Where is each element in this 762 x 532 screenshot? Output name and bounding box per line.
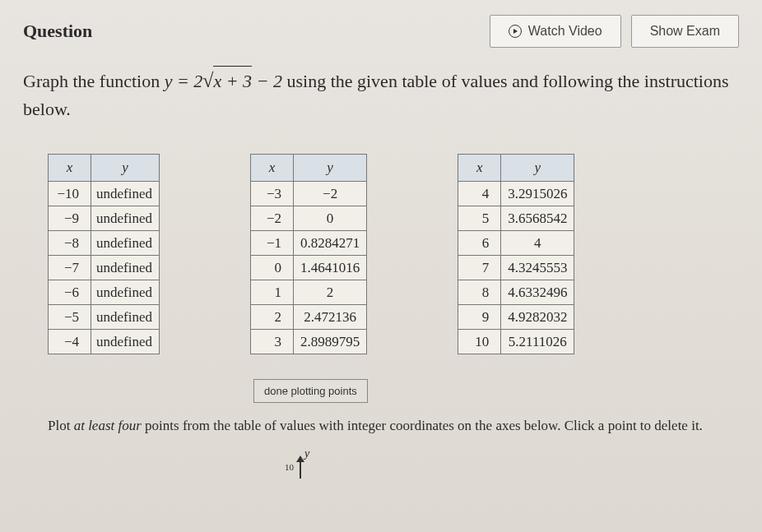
plot-instructions: Plot at least four points from the table… [0, 409, 762, 442]
cell-x: 4 [458, 182, 501, 206]
cell-x: 5 [458, 206, 501, 231]
table-row: 43.2915026 [458, 182, 574, 206]
cell-y: 0.8284271 [293, 231, 366, 256]
watch-video-label: Watch Video [528, 24, 602, 39]
graph-area[interactable]: y 10 [0, 447, 762, 480]
cell-y: 3.6568542 [501, 206, 574, 231]
y-axis-label: y [304, 447, 309, 460]
done-plotting-button[interactable]: done plotting points [253, 379, 368, 403]
cell-x: 1 [250, 280, 293, 305]
cell-y: 4.6332496 [501, 280, 574, 305]
play-icon [509, 25, 522, 38]
cell-x: −3 [250, 182, 293, 206]
cell-x: −7 [49, 256, 91, 280]
sqrt-icon: √x + 3 [202, 66, 252, 95]
cell-x: 6 [458, 231, 501, 256]
table-row: 84.6332496 [458, 280, 574, 305]
problem-statement: Graph the function y = 2√x + 3 − 2 using… [0, 54, 762, 129]
cell-x: −10 [49, 182, 91, 206]
table-row: 32.8989795 [250, 330, 366, 354]
cell-y: undefined [91, 305, 160, 330]
table-header-x: x [250, 155, 293, 182]
cell-x: −8 [49, 231, 91, 256]
table-row: −6undefined [49, 280, 160, 305]
cell-y: undefined [91, 182, 160, 206]
cell-y: undefined [91, 280, 160, 305]
table-row: 94.9282032 [458, 305, 574, 330]
cell-y: 5.2111026 [501, 330, 574, 354]
equation: y = 2√x + 3 − 2 [165, 71, 287, 91]
table-header-y: y [501, 155, 574, 182]
table-row: −10undefined [49, 182, 160, 206]
cell-x: 0 [250, 256, 293, 280]
eq-coef: 2 [193, 71, 202, 91]
cell-x: 3 [250, 330, 293, 354]
show-exam-label: Show Exam [650, 24, 720, 39]
table-row: −7undefined [49, 256, 160, 280]
table-header-x: x [49, 155, 91, 182]
cell-x: −1 [250, 231, 293, 256]
cell-y: −2 [293, 182, 366, 206]
cell-y: 4.9282032 [501, 305, 574, 330]
cell-y: 4.3245553 [501, 256, 574, 280]
table-row: 105.2111026 [458, 330, 574, 354]
cell-x: −9 [49, 206, 91, 231]
table-row: 53.6568542 [458, 206, 574, 231]
table-row: −4undefined [49, 330, 160, 354]
cell-y: 0 [293, 206, 366, 231]
cell-y: 4 [501, 231, 574, 256]
cell-x: 7 [458, 256, 501, 280]
table-row: −9undefined [49, 206, 160, 231]
cell-y: 2 [293, 280, 366, 305]
table-row: −5undefined [49, 305, 160, 330]
cell-y: 2.8989795 [293, 330, 366, 354]
values-table-2: x y −3−2−20−10.828427101.46410161222.472… [250, 154, 367, 354]
instr-emph: at least four [74, 418, 142, 433]
cell-y: undefined [91, 256, 160, 280]
table-header-y: y [91, 155, 160, 182]
watch-video-button[interactable]: Watch Video [490, 15, 621, 48]
table-row: −8undefined [49, 231, 160, 256]
cell-y: 3.2915026 [501, 182, 574, 206]
show-exam-button[interactable]: Show Exam [631, 15, 739, 48]
instr-part2: points from the table of values with int… [142, 418, 703, 433]
cell-y: undefined [91, 206, 160, 231]
table-row: 64 [458, 231, 574, 256]
table-row: −3−2 [250, 182, 366, 206]
instr-part1: Plot [48, 418, 74, 433]
cell-x: −5 [49, 305, 91, 330]
eq-tail: − 2 [252, 71, 282, 91]
cell-x: 10 [458, 330, 501, 354]
table-row: 01.4641016 [250, 256, 366, 280]
table-row: 74.3245553 [458, 256, 574, 280]
cell-x: 8 [458, 280, 501, 305]
y-axis-line [300, 459, 301, 479]
cell-x: 9 [458, 305, 501, 330]
cell-y: 2.472136 [293, 305, 366, 330]
table-row: −10.8284271 [250, 231, 366, 256]
cell-y: undefined [91, 231, 160, 256]
values-table-3: x y 43.291502653.65685426474.324555384.6… [458, 154, 574, 354]
header-buttons: Watch Video Show Exam [490, 15, 739, 48]
cell-x: −6 [49, 280, 91, 305]
cell-x: 2 [250, 305, 293, 330]
table-header-x: x [458, 155, 501, 182]
eq-radicand: x + 3 [213, 66, 252, 95]
cell-y: undefined [91, 330, 160, 354]
values-table-1: x y −10undefined−9undefined−8undefined−7… [48, 154, 160, 354]
question-title: Question [23, 21, 92, 42]
cell-x: −4 [49, 330, 91, 354]
table-row: −20 [250, 206, 366, 231]
y-axis-tick: 10 [285, 462, 294, 472]
eq-equals: = [172, 71, 193, 91]
table-row: 22.472136 [250, 305, 366, 330]
table-header-y: y [293, 155, 366, 182]
cell-x: −2 [250, 206, 293, 231]
eq-lhs: y [165, 71, 173, 91]
table-row: 12 [250, 280, 366, 305]
problem-prefix: Graph the function [23, 71, 165, 91]
tables-row: x y −10undefined−9undefined−8undefined−7… [0, 129, 762, 364]
cell-y: 1.4641016 [293, 256, 366, 280]
